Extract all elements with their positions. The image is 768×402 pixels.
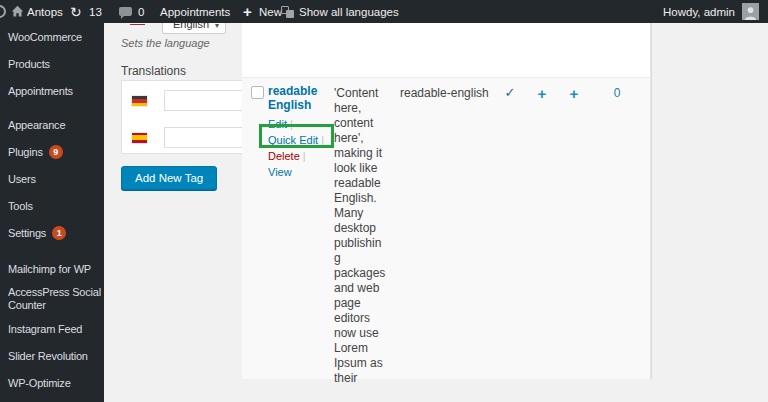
germany-flag-icon [132,96,147,106]
sidebar-item-instagram-feed[interactable]: Instagram Feed [0,315,104,342]
sidebar-item-tools[interactable]: Tools [0,192,104,219]
show-all-languages-link[interactable]: Show all languages [299,0,399,23]
translations-heading: Translations [121,64,186,78]
add-new-tag-button[interactable]: Add New Tag [121,166,217,190]
sidebar-item-users[interactable]: Users [0,165,104,192]
sidebar-item-settings[interactable]: Settings1 [0,219,104,246]
settings-update-badge: 1 [52,226,66,240]
admin-bar: Antops ↻ 13 0 Appointments + New Show al… [0,0,768,23]
add-translation-icon[interactable]: + [532,85,552,102]
sidebar-item-slider-revolution[interactable]: Slider Revolution [0,342,104,369]
row-checkbox[interactable] [251,86,264,99]
comments-icon[interactable] [119,0,132,23]
sidebar-item-wp-optimize[interactable]: WP-Optimize [0,369,104,396]
adminbar-appointments-link[interactable]: Appointments [160,0,230,23]
adminbar-new-link[interactable]: New [259,0,282,23]
sidebar-item-mailchimp[interactable]: Mailchimp for WP [0,255,104,282]
spain-flag-icon [132,133,147,143]
sidebar-item-products[interactable]: Products [0,50,104,77]
sidebar-item-plugins[interactable]: Plugins9 [0,138,104,165]
wordpress-logo-icon[interactable] [0,5,6,18]
tag-slug: readable-english [400,86,500,100]
posts-count-link[interactable]: 0 [605,86,629,100]
updates-icon[interactable]: ↻ [70,0,82,23]
home-icon[interactable] [11,0,24,23]
sidebar-item-accesspress[interactable]: AccessPress SocialCounter [0,282,104,315]
howdy-text[interactable]: Howdy, admin [663,0,735,23]
table-row-readable-english: readable English Edit | Quick Edit | Del… [242,77,650,379]
tag-name-link[interactable]: readable English [268,84,330,112]
delete-link[interactable]: Delete [268,150,300,162]
tag-description: 'Content here, content here', making it … [334,86,386,386]
site-name-link[interactable]: Antops [27,0,63,23]
avatar[interactable] [742,3,759,20]
scrollbar-track[interactable] [651,0,664,379]
plugins-update-badge: 9 [49,145,63,159]
translate-icon[interactable] [281,0,294,23]
add-translation-icon[interactable]: + [564,85,584,102]
language-help-text: Sets the language [121,37,210,49]
updates-count[interactable]: 13 [89,0,102,23]
comments-count[interactable]: 0 [138,0,144,23]
sidebar-item-appointments[interactable]: Appointments [0,77,104,104]
quick-edit-link[interactable]: Quick Edit [268,134,318,146]
view-link[interactable]: View [268,166,292,178]
row-actions: Edit | Quick Edit | Delete | View [268,116,330,180]
admin-sidebar: WooCommerce Products Appointments Appear… [0,23,104,402]
tags-table: Photo — photo ✓ + + 3 readable English E… [242,0,651,379]
translation-check-icon[interactable]: ✓ [500,85,520,100]
edit-link[interactable]: Edit [268,118,287,130]
sidebar-item-woocommerce[interactable]: WooCommerce [0,23,104,50]
new-content-plus-icon[interactable]: + [243,0,252,23]
wordpress-admin-screen: Antops ↻ 13 0 Appointments + New Show al… [0,0,768,402]
sidebar-item-appearance[interactable]: Appearance [0,111,104,138]
